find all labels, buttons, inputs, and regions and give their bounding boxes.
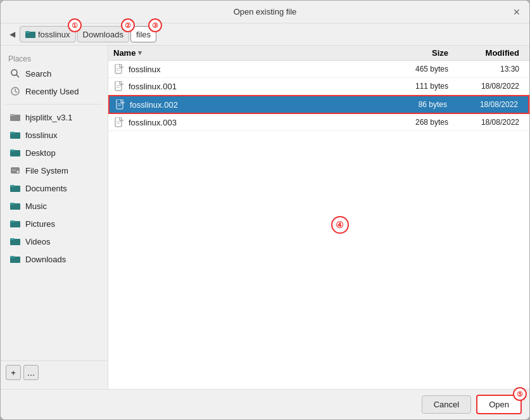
folder-teal-icon-7 [9, 253, 21, 265]
folder-teal-icon-3 [9, 182, 21, 194]
folder-teal-icon-1 [9, 129, 21, 141]
col-name-header[interactable]: Name ▾ [113, 48, 398, 58]
file-list-header: Name ▾ Size Modified [108, 46, 529, 61]
svg-rect-1 [25, 31, 30, 33]
sidebar-videos-label: Videos [25, 237, 51, 246]
file-modified-4: 18/08/2022 [455, 118, 524, 127]
file-name-1: fosslinux [129, 65, 398, 74]
file-icon-4 [113, 117, 125, 128]
file-list: ④ fosslinux 465 bytes 13:30 fosslinux.00… [108, 61, 529, 389]
annotation-1: ① [68, 18, 82, 32]
recent-icon [9, 86, 21, 97]
main-content: Places Search Recently Used [1, 46, 529, 389]
svg-rect-19 [10, 220, 15, 222]
file-icon-2 [113, 80, 125, 92]
breadcrumb-fosslinux-label: fosslinux [38, 30, 70, 39]
folder-gray-icon [9, 111, 21, 123]
add-bookmark-button[interactable]: + [6, 365, 21, 380]
sidebar-item-search[interactable]: Search [3, 65, 105, 82]
sidebar-divider [6, 104, 103, 105]
table-row[interactable]: fosslinux 465 bytes 13:30 [108, 61, 529, 78]
breadcrumb-downloads[interactable]: ② Downloads [77, 26, 129, 42]
file-size-4: 268 bytes [398, 118, 455, 127]
close-button[interactable]: ✕ [512, 7, 522, 17]
sidebar-item-desktop[interactable]: Desktop [3, 144, 105, 161]
annotation-3: ③ [148, 18, 162, 32]
col-modified-label: Modified [486, 48, 519, 58]
svg-rect-10 [10, 150, 15, 151]
breadcrumb-files[interactable]: ③ files [130, 26, 156, 42]
svg-rect-21 [10, 238, 15, 240]
sidebar-section-label: Places [1, 53, 108, 65]
folder-teal-icon-2 [9, 147, 21, 158]
folder-teal-icon-4 [9, 200, 21, 212]
folder-teal-icon-5 [9, 218, 21, 229]
drive-icon [9, 165, 21, 176]
svg-line-3 [16, 75, 19, 77]
sidebar-item-fosslinux[interactable]: fosslinux [3, 127, 105, 143]
sidebar-item-documents[interactable]: Documents [3, 180, 105, 196]
file-name-3: fosslinux.002 [130, 100, 396, 110]
sidebar-hjsplitlx-label: hjsplitlx_v3.1 [25, 113, 72, 122]
svg-rect-23 [10, 256, 15, 258]
remove-bookmark-button[interactable]: … [23, 365, 39, 380]
svg-rect-8 [10, 132, 15, 134]
folder-teal-icon-6 [9, 236, 21, 247]
sidebar-downloads-label: Downloads [25, 255, 66, 264]
titlebar: Open existing file ✕ [1, 1, 529, 23]
sidebar-item-recently-used[interactable]: Recently Used [3, 83, 105, 99]
sidebar-fosslinux-label: fosslinux [25, 130, 58, 140]
back-button[interactable]: ◀ [6, 27, 18, 42]
col-size-header: Size [398, 48, 455, 58]
table-row[interactable]: fosslinux.001 111 bytes 18/08/2022 [108, 78, 529, 95]
col-name-label: Name [113, 48, 136, 58]
file-name-2: fosslinux.001 [129, 82, 398, 91]
annotation-2: ② [121, 18, 135, 32]
cancel-button[interactable]: Cancel [422, 395, 471, 414]
file-area: Name ▾ Size Modified ④ [108, 46, 529, 389]
sidebar-documents-label: Documents [25, 184, 67, 193]
svg-rect-17 [10, 203, 15, 205]
breadcrumb-fosslinux[interactable]: ① fosslinux [20, 26, 76, 42]
breadcrumb-toolbar: ◀ ① fosslinux ② Downloads ③ files [1, 23, 529, 46]
sidebar-search-label: Search [25, 69, 51, 79]
sidebar-pictures-label: Pictures [25, 219, 55, 229]
open-button[interactable]: ⑤ Open [476, 395, 522, 414]
file-icon-1 [113, 63, 125, 75]
file-icon-3 [115, 99, 126, 110]
col-size-label: Size [432, 48, 448, 58]
file-size-3: 86 bytes [396, 100, 453, 109]
table-row[interactable]: fosslinux.003 268 bytes 18/08/2022 [108, 114, 529, 131]
sort-icon: ▾ [138, 49, 142, 57]
table-row[interactable]: fosslinux.002 86 bytes 18/08/2022 [108, 95, 529, 114]
sidebar-music-label: Music [25, 201, 47, 211]
breadcrumb-files-label: files [136, 30, 151, 39]
sidebar-item-music[interactable]: Music [3, 198, 105, 214]
sidebar-desktop-label: Desktop [25, 148, 56, 158]
svg-point-2 [11, 70, 17, 75]
sidebar-item-downloads[interactable]: Downloads [3, 251, 105, 267]
open-file-dialog: Open existing file ✕ ◀ ① fosslinux ② Dow… [0, 0, 530, 420]
breadcrumb-downloads-label: Downloads [83, 30, 123, 39]
search-icon [9, 68, 21, 79]
sidebar-item-filesystem[interactable]: File System [3, 162, 105, 179]
annotation-5: ⑤ [513, 387, 527, 401]
folder-icon-1 [25, 29, 35, 39]
sidebar-filesystem-label: File System [25, 166, 68, 175]
col-modified-header: Modified [455, 48, 524, 58]
svg-rect-13 [12, 170, 16, 170]
file-modified-2: 18/08/2022 [455, 82, 524, 91]
annotation-4: ④ [331, 216, 349, 234]
sidebar-item-pictures[interactable]: Pictures [3, 215, 105, 232]
file-modified-3: 18/08/2022 [453, 100, 523, 109]
svg-point-12 [17, 171, 19, 173]
open-button-label: Open [489, 400, 509, 409]
file-name-4: fosslinux.003 [129, 118, 398, 127]
file-size-2: 111 bytes [398, 82, 455, 91]
sidebar-item-videos[interactable]: Videos [3, 233, 105, 250]
dialog-footer: Cancel ⑤ Open [1, 389, 529, 419]
svg-rect-6 [10, 114, 15, 116]
sidebar: Places Search Recently Used [1, 46, 108, 389]
svg-rect-15 [10, 185, 15, 187]
sidebar-item-hjsplitlx[interactable]: hjsplitlx_v3.1 [3, 109, 105, 125]
